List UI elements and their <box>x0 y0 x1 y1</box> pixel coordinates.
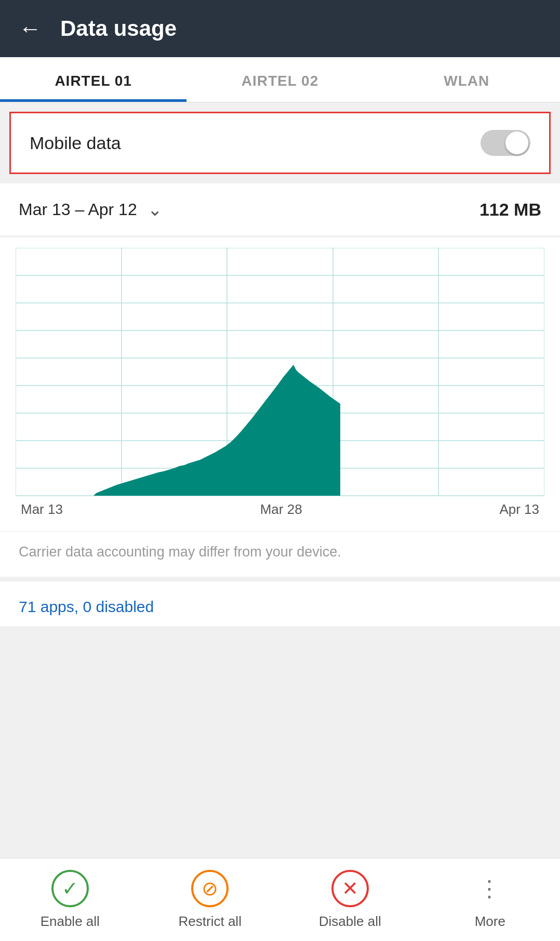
date-range-selector[interactable]: Mar 13 – Apr 12 ⌄ <box>19 199 162 220</box>
mobile-data-row: Mobile data <box>9 112 551 174</box>
enable-all-button[interactable]: ✓ Enable all <box>0 870 140 930</box>
date-range-row: Mar 13 – Apr 12 ⌄ 112 MB <box>0 183 560 235</box>
more-dots-icon: ⋮ <box>478 870 502 907</box>
disable-all-label: Disable all <box>319 913 381 930</box>
chevron-down-icon: ⌄ <box>148 199 162 220</box>
back-button[interactable]: ← <box>19 16 42 42</box>
tab-airtel02[interactable]: AIRTEL 02 <box>186 57 373 102</box>
data-size-label: 112 MB <box>479 200 541 220</box>
date-range-text: Mar 13 – Apr 12 <box>19 200 137 219</box>
apps-summary[interactable]: 71 apps, 0 disabled <box>0 581 560 626</box>
header: ← Data usage <box>0 0 560 57</box>
restrict-all-icon: ⊘ <box>191 870 229 907</box>
chart-label-start: Mar 13 <box>21 501 63 518</box>
more-button[interactable]: ⋮ More <box>420 870 561 930</box>
disable-all-button[interactable]: ✕ Disable all <box>280 870 420 930</box>
disable-all-icon: ✕ <box>331 870 369 907</box>
tabs-container: AIRTEL 01 AIRTEL 02 WLAN <box>0 57 560 102</box>
page-title: Data usage <box>60 16 177 41</box>
chart-label-mid: Mar 28 <box>260 501 302 518</box>
chart-label-end: Apr 13 <box>499 501 539 518</box>
more-label: More <box>475 913 505 930</box>
toggle-knob <box>505 131 528 154</box>
apps-summary-text: 71 apps, 0 disabled <box>19 598 154 615</box>
svg-marker-16 <box>94 365 340 496</box>
mobile-data-toggle[interactable] <box>481 130 530 156</box>
chart-area <box>16 248 544 497</box>
usage-chart <box>16 248 544 497</box>
chart-x-labels: Mar 13 Mar 28 Apr 13 <box>16 497 544 526</box>
restrict-all-label: Restrict all <box>179 913 242 930</box>
restrict-all-button[interactable]: ⊘ Restrict all <box>140 870 281 930</box>
enable-all-label: Enable all <box>41 913 100 930</box>
tab-wlan[interactable]: WLAN <box>374 57 560 102</box>
disclaimer-text: Carrier data accounting may differ from … <box>0 531 560 577</box>
tab-airtel01[interactable]: AIRTEL 01 <box>0 57 186 102</box>
chart-container: Mar 13 Mar 28 Apr 13 <box>0 237 560 531</box>
bottom-action-bar: ✓ Enable all ⊘ Restrict all ✕ Disable al… <box>0 858 560 941</box>
enable-all-icon: ✓ <box>51 870 89 907</box>
mobile-data-label: Mobile data <box>30 133 121 153</box>
